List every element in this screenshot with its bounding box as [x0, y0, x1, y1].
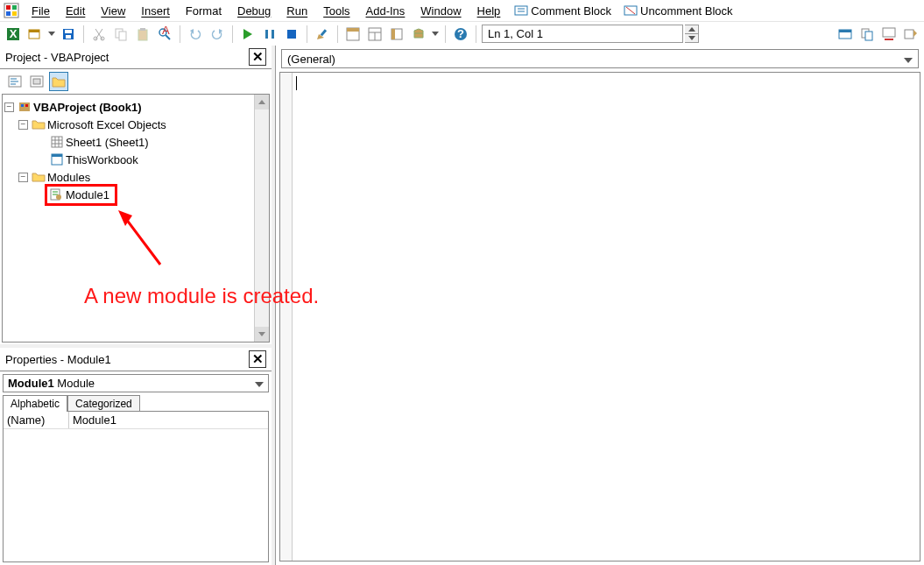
svg-marker-46 — [688, 27, 695, 32]
comment-block-button[interactable]: Comment Block — [509, 3, 617, 19]
right-tool-4-icon[interactable] — [901, 25, 920, 44]
property-value[interactable]: Module1 — [69, 412, 268, 428]
properties-panel: Properties - Module1 ✕ Module1 Module Al… — [0, 348, 272, 565]
svg-rect-4 — [12, 11, 17, 16]
chevron-down-icon[interactable] — [904, 53, 913, 66]
standard-toolbar: X A ? Ln 1, Col 1 — [0, 21, 924, 46]
tree-sheet1[interactable]: Sheet1 (Sheet1) — [4, 133, 267, 151]
spinner-up-icon[interactable] — [685, 25, 698, 34]
run-icon[interactable] — [238, 25, 257, 44]
menu-window[interactable]: Window — [413, 3, 468, 19]
svg-rect-34 — [321, 29, 327, 36]
properties-object-combo[interactable]: Module1 Module — [3, 374, 269, 392]
toggle-folders-icon[interactable] — [49, 72, 68, 91]
svg-rect-49 — [839, 30, 851, 32]
right-tool-1-icon[interactable] — [836, 25, 855, 44]
menu-format[interactable]: Format — [179, 3, 229, 19]
properties-panel-close-icon[interactable]: ✕ — [249, 350, 266, 368]
svg-marker-79 — [255, 382, 264, 387]
project-toolbar — [0, 69, 272, 94]
svg-marker-62 — [258, 332, 265, 336]
svg-rect-1 — [6, 5, 11, 10]
insert-userform-icon[interactable] — [25, 25, 45, 44]
toolbox-dropdown-icon[interactable] — [431, 32, 440, 37]
svg-rect-65 — [25, 104, 28, 107]
svg-rect-60 — [33, 79, 40, 84]
svg-rect-66 — [52, 137, 62, 147]
module-icon — [49, 188, 63, 201]
menu-addins[interactable]: Add-Ins — [359, 3, 413, 19]
tree-excel-objects[interactable]: − Microsoft Excel Objects — [4, 116, 267, 133]
object-browser-icon[interactable] — [387, 25, 406, 44]
comment-block-icon — [514, 4, 528, 17]
spinner-down-icon[interactable] — [685, 34, 698, 42]
tree-thisworkbook[interactable]: ThisWorkbook — [4, 151, 267, 168]
menu-insert[interactable]: Insert — [134, 3, 177, 19]
cut-icon[interactable] — [89, 25, 109, 44]
menu-tools[interactable]: Tools — [316, 3, 356, 19]
break-icon[interactable] — [260, 25, 279, 44]
collapse-icon[interactable]: − — [18, 173, 28, 182]
menu-run[interactable]: Run — [279, 3, 314, 19]
insert-dropdown-icon[interactable] — [47, 32, 56, 37]
tree-label: Sheet1 (Sheet1) — [66, 136, 149, 149]
properties-window-icon[interactable] — [365, 25, 384, 44]
save-icon[interactable] — [59, 25, 78, 44]
tab-alphabetic[interactable]: Alphabetic — [3, 395, 67, 412]
svg-rect-51 — [865, 32, 872, 40]
svg-point-76 — [56, 194, 61, 200]
collapse-icon[interactable]: − — [4, 102, 14, 112]
right-tool-2-icon[interactable] — [857, 25, 877, 44]
tree-label: Modules — [47, 171, 90, 184]
project-explorer-icon[interactable] — [343, 25, 363, 44]
toolbox-icon[interactable] — [409, 25, 428, 44]
copy-icon[interactable] — [111, 25, 130, 44]
svg-rect-30 — [265, 30, 268, 39]
find-icon[interactable]: A — [155, 25, 174, 44]
svg-marker-29 — [243, 29, 252, 39]
project-panel-close-icon[interactable]: ✕ — [249, 48, 266, 66]
scroll-up-icon[interactable] — [255, 95, 269, 109]
svg-line-9 — [626, 7, 635, 14]
worksheet-icon — [50, 136, 64, 148]
excel-icon[interactable]: X — [4, 25, 23, 44]
svg-marker-14 — [48, 32, 55, 36]
folder-icon — [32, 118, 46, 131]
chevron-down-icon[interactable] — [255, 377, 264, 390]
svg-marker-54 — [913, 30, 917, 37]
svg-rect-41 — [391, 29, 395, 39]
redo-icon[interactable] — [208, 25, 227, 44]
menu-edit[interactable]: Edit — [59, 3, 92, 19]
tree-modules[interactable]: − Modules — [4, 168, 267, 186]
right-tool-3-icon[interactable] — [879, 25, 899, 44]
object-list-combo[interactable]: (General) — [281, 49, 919, 68]
tree-label: Module1 — [66, 188, 109, 201]
view-code-icon[interactable] — [5, 72, 25, 91]
paste-icon[interactable] — [133, 25, 152, 44]
scroll-down-icon[interactable] — [255, 327, 269, 342]
menu-help[interactable]: Help — [470, 3, 508, 19]
menu-file[interactable]: File — [25, 3, 57, 19]
svg-marker-61 — [258, 100, 265, 104]
svg-rect-31 — [272, 30, 274, 39]
svg-rect-52 — [883, 28, 895, 37]
reset-icon[interactable] — [282, 25, 301, 44]
line-col-spinner[interactable] — [685, 25, 699, 43]
menu-debug[interactable]: Debug — [230, 3, 278, 19]
view-object-icon[interactable] — [27, 72, 46, 91]
svg-marker-43 — [432, 32, 439, 36]
tab-categorized[interactable]: Categorized — [67, 395, 140, 412]
tree-root[interactable]: − VBAProject (Book1) — [4, 98, 267, 116]
code-editor[interactable] — [279, 72, 920, 561]
tree-module1[interactable]: Module1 — [4, 186, 267, 203]
vbaproject-icon — [18, 101, 32, 113]
design-mode-icon[interactable] — [313, 25, 332, 44]
property-row[interactable]: (Name) Module1 — [4, 412, 268, 429]
menu-view[interactable]: View — [94, 3, 132, 19]
undo-icon[interactable] — [186, 25, 205, 44]
help-icon[interactable]: ? — [451, 25, 470, 44]
collapse-icon[interactable]: − — [18, 120, 28, 130]
uncomment-block-button[interactable]: Uncomment Block — [618, 3, 737, 19]
text-cursor — [296, 76, 297, 90]
svg-rect-32 — [287, 30, 296, 39]
